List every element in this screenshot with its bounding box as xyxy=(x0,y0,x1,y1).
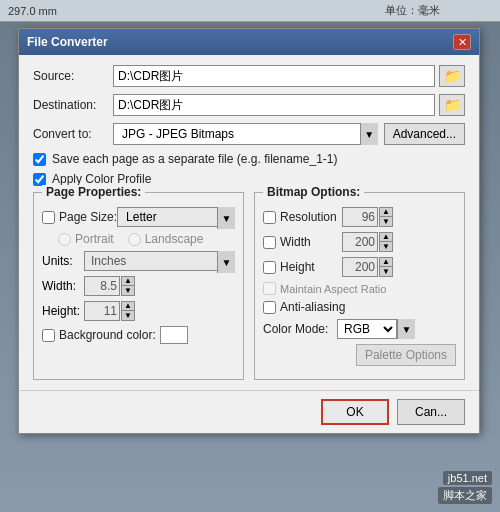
bg-color-label: Background color: xyxy=(59,328,156,342)
page-size-label: Page Size: xyxy=(59,210,117,224)
bmp-height-row: Height ▲ ▼ xyxy=(263,257,456,277)
bmp-height-spin: ▲ ▼ xyxy=(342,257,393,277)
units-select-wrapper: Inches ▼ xyxy=(84,251,235,271)
bmp-width-down[interactable]: ▼ xyxy=(379,242,393,252)
destination-input[interactable] xyxy=(113,94,435,116)
close-button[interactable]: ✕ xyxy=(453,34,471,50)
resolution-input[interactable] xyxy=(342,207,378,227)
top-toolbar: 297.0 mm 单位：毫米 xyxy=(0,0,500,22)
bitmap-legend: Bitmap Options: xyxy=(263,185,364,199)
page-width-label: Width: xyxy=(42,279,84,293)
file-converter-dialog: File Converter ✕ Source: 📁 Destination: … xyxy=(18,28,480,434)
bg-color-checkbox[interactable] xyxy=(42,329,55,342)
landscape-radio[interactable] xyxy=(128,233,141,246)
page-width-row: Width: ▲ ▼ xyxy=(42,276,235,296)
convert-to-label: Convert to: xyxy=(33,127,113,141)
maintain-aspect-checkbox[interactable] xyxy=(263,282,276,295)
watermark-area: jb51.net 脚本之家 xyxy=(438,471,492,504)
resolution-checkbox[interactable] xyxy=(263,211,276,224)
page-height-up[interactable]: ▲ xyxy=(121,301,135,311)
watermark-text2: 脚本之家 xyxy=(438,487,492,504)
page-height-row: Height: ▲ ▼ xyxy=(42,301,235,321)
page-size-checkbox[interactable] xyxy=(42,211,55,224)
bmp-width-label: Width xyxy=(280,235,342,249)
bmp-width-spin: ▲ ▼ xyxy=(342,232,393,252)
bmp-height-checkbox[interactable] xyxy=(263,261,276,274)
resolution-down[interactable]: ▼ xyxy=(379,217,393,227)
page-height-spinbtns: ▲ ▼ xyxy=(121,301,135,321)
bmp-height-spinbtns: ▲ ▼ xyxy=(379,257,393,277)
convert-to-select-wrapper: JPG - JPEG Bitmaps ▼ xyxy=(113,123,378,145)
source-browse-button[interactable]: 📁 xyxy=(439,65,465,87)
landscape-label: Landscape xyxy=(145,232,204,246)
page-width-down[interactable]: ▼ xyxy=(121,286,135,296)
bg-color-swatch[interactable] xyxy=(160,326,188,344)
bmp-width-checkbox[interactable] xyxy=(263,236,276,249)
apply-profile-row: Apply Color Profile xyxy=(33,172,465,186)
resolution-row: Resolution ▲ ▼ xyxy=(263,207,456,227)
page-size-select-wrapper: Letter ▼ xyxy=(117,207,235,227)
resolution-spin: ▲ ▼ xyxy=(342,207,393,227)
page-height-input[interactable] xyxy=(84,301,120,321)
save-pages-checkbox[interactable] xyxy=(33,153,46,166)
resolution-spinbtns: ▲ ▼ xyxy=(379,207,393,227)
apply-profile-label: Apply Color Profile xyxy=(52,172,151,186)
portrait-option: Portrait xyxy=(58,232,114,246)
bmp-height-up[interactable]: ▲ xyxy=(379,257,393,267)
advanced-button[interactable]: Advanced... xyxy=(384,123,465,145)
dialog-footer: OK Can... xyxy=(19,390,479,433)
units-label: 单位：毫米 xyxy=(385,3,440,18)
color-mode-label: Color Mode: xyxy=(263,322,337,336)
dimension-value: 297.0 mm xyxy=(8,5,57,17)
dialog-title: File Converter xyxy=(27,35,108,49)
bmp-height-input[interactable] xyxy=(342,257,378,277)
units-select[interactable]: Inches xyxy=(84,251,235,271)
bg-color-row: Background color: xyxy=(42,326,235,344)
destination-browse-button[interactable]: 📁 xyxy=(439,94,465,116)
color-mode-select[interactable]: RGB xyxy=(337,319,397,339)
portrait-radio[interactable] xyxy=(58,233,71,246)
color-mode-row: Color Mode: RGB ▼ xyxy=(263,319,456,339)
antialias-label: Anti-aliasing xyxy=(280,300,345,314)
bmp-height-down[interactable]: ▼ xyxy=(379,267,393,277)
convert-to-select[interactable]: JPG - JPEG Bitmaps xyxy=(113,123,378,145)
save-pages-label: Save each page as a separate file (e.g. … xyxy=(52,152,338,166)
page-properties-panel: Page Properties: Page Size: Letter ▼ xyxy=(33,192,244,380)
page-size-row: Page Size: Letter ▼ xyxy=(42,207,235,227)
source-input[interactable] xyxy=(113,65,435,87)
cancel-button[interactable]: Can... xyxy=(397,399,465,425)
source-label: Source: xyxy=(33,69,113,83)
units-label: Units: xyxy=(42,254,84,268)
source-row: Source: 📁 xyxy=(33,65,465,87)
resolution-up[interactable]: ▲ xyxy=(379,207,393,217)
bmp-width-spinbtns: ▲ ▼ xyxy=(379,232,393,252)
dialog-body: Source: 📁 Destination: 📁 Convert to: JPG… xyxy=(19,55,479,390)
destination-label: Destination: xyxy=(33,98,113,112)
antialias-checkbox[interactable] xyxy=(263,301,276,314)
bmp-width-up[interactable]: ▲ xyxy=(379,232,393,242)
apply-profile-checkbox[interactable] xyxy=(33,173,46,186)
page-height-down[interactable]: ▼ xyxy=(121,311,135,321)
dialog-titlebar: File Converter ✕ xyxy=(19,29,479,55)
antialias-row: Anti-aliasing xyxy=(263,300,456,314)
bmp-height-label: Height xyxy=(280,260,342,274)
bmp-width-row: Width ▲ ▼ xyxy=(263,232,456,252)
page-width-input[interactable] xyxy=(84,276,120,296)
ok-button[interactable]: OK xyxy=(321,399,389,425)
palette-row: Palette Options xyxy=(263,344,456,366)
palette-options-button[interactable]: Palette Options xyxy=(356,344,456,366)
convert-to-row: Convert to: JPG - JPEG Bitmaps ▼ Advance… xyxy=(33,123,465,145)
page-width-up[interactable]: ▲ xyxy=(121,276,135,286)
destination-row: Destination: 📁 xyxy=(33,94,465,116)
maintain-aspect-row: Maintain Aspect Ratio xyxy=(263,282,456,295)
page-size-select[interactable]: Letter xyxy=(117,207,235,227)
color-mode-arrow: ▼ xyxy=(397,319,415,339)
save-pages-row: Save each page as a separate file (e.g. … xyxy=(33,152,465,166)
orientation-row: Portrait Landscape xyxy=(58,232,235,246)
page-height-spin: ▲ ▼ xyxy=(84,301,135,321)
bmp-width-input[interactable] xyxy=(342,232,378,252)
bitmap-options-panel: Bitmap Options: Resolution ▲ ▼ xyxy=(254,192,465,380)
panels-row: Page Properties: Page Size: Letter ▼ xyxy=(33,192,465,380)
page-width-spin: ▲ ▼ xyxy=(84,276,135,296)
page-props-legend: Page Properties: xyxy=(42,185,145,199)
